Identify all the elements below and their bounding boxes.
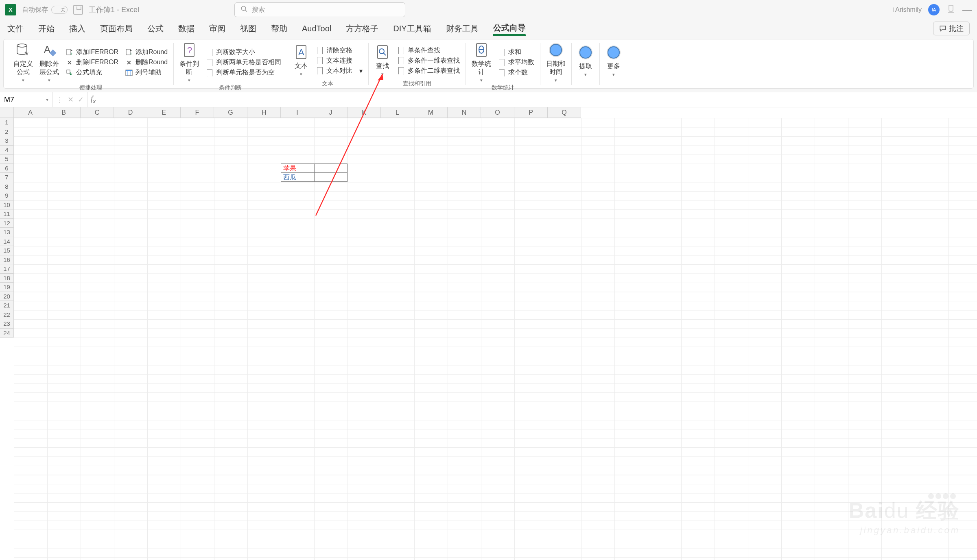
column-header[interactable]: O bbox=[481, 107, 514, 118]
row-header[interactable]: 24 bbox=[0, 329, 14, 338]
column-header[interactable]: N bbox=[448, 107, 481, 118]
tab-formula-wizard[interactable]: 公式向导 bbox=[493, 21, 526, 36]
row-header[interactable]: 22 bbox=[0, 310, 14, 320]
date-time-button[interactable]: 日期和 时间▾ bbox=[546, 42, 566, 83]
row-header[interactable]: 21 bbox=[0, 301, 14, 310]
circle-blue-icon bbox=[605, 44, 622, 61]
bookmark-icon bbox=[498, 59, 506, 67]
circle-blue-icon bbox=[577, 44, 594, 61]
spreadsheet-grid[interactable]: ABCDEFGHIJKLMNOPQ 1234567891011121314151… bbox=[0, 107, 977, 560]
tab-finance[interactable]: 财务工具 bbox=[446, 22, 479, 36]
sum-button[interactable]: 求和 bbox=[498, 48, 534, 57]
column-header[interactable]: M bbox=[414, 107, 448, 118]
average-button[interactable]: 求平均数 bbox=[498, 58, 534, 67]
user-avatar[interactable]: IA bbox=[928, 4, 940, 15]
comments-button[interactable]: 批注 bbox=[933, 22, 970, 35]
svg-line-25 bbox=[316, 74, 382, 216]
math-stats-button[interactable]: 数学统 计▾ bbox=[472, 42, 491, 83]
comments-label: 批注 bbox=[949, 24, 964, 33]
row-header[interactable]: 20 bbox=[0, 292, 14, 301]
theta-doc-icon bbox=[473, 42, 490, 58]
bookmark-icon bbox=[498, 69, 506, 77]
bookmark-icon bbox=[498, 48, 506, 57]
group-label-math: 数学统计 bbox=[472, 83, 534, 92]
column-header[interactable]: Q bbox=[548, 107, 581, 118]
svg-marker-26 bbox=[378, 74, 383, 81]
circle-blue-icon bbox=[548, 42, 564, 58]
extract-button[interactable]: 提取▾ bbox=[577, 44, 594, 78]
mic-icon[interactable] bbox=[946, 4, 956, 15]
minimize-button[interactable]: — bbox=[962, 4, 972, 15]
annotation-arrow bbox=[0, 0, 407, 285]
row-header[interactable]: 23 bbox=[0, 319, 14, 329]
more-button[interactable]: 更多▾ bbox=[605, 44, 622, 78]
column-header[interactable]: P bbox=[514, 107, 548, 118]
user-name: i Arishmily bbox=[892, 6, 922, 13]
count-button[interactable]: 求个数 bbox=[498, 68, 534, 77]
